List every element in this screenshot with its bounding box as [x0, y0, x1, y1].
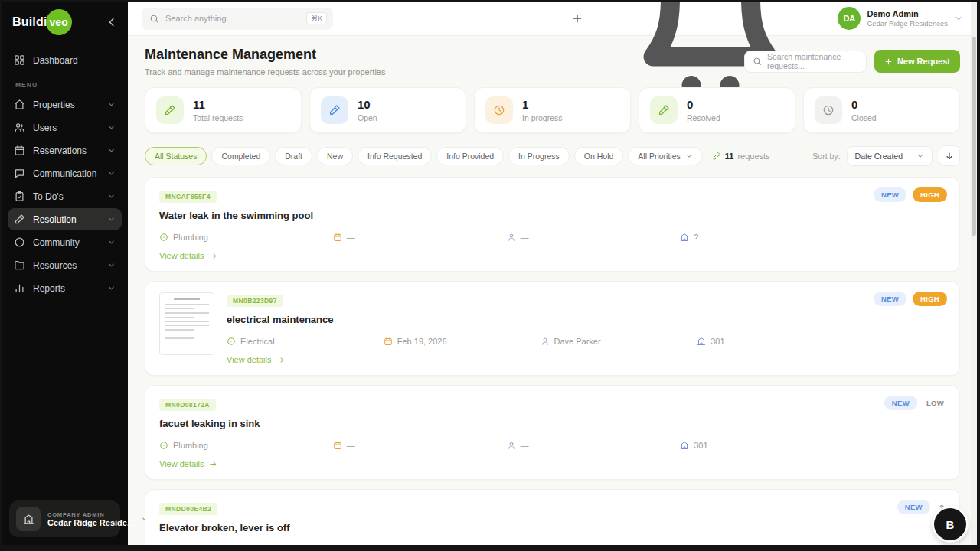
sidebar-item-properties[interactable]: Properties — [8, 93, 122, 116]
sidebar-item-dashboard[interactable]: Dashboard — [8, 49, 122, 71]
priority-filter-dropdown[interactable]: All Priorities — [628, 147, 702, 165]
sidebar-collapse-icon[interactable] — [105, 15, 119, 29]
search-icon — [753, 57, 762, 66]
calendar-icon — [333, 233, 342, 242]
request-title: facuet leaking in sink — [159, 418, 946, 429]
company-switcher[interactable]: COMPANY ADMIN Cedar Ridge Reside... — [9, 500, 120, 537]
priority-badge: HIGH — [913, 292, 947, 306]
status-filter-all-statuses[interactable]: All Statuses — [145, 147, 207, 165]
tool-icon — [321, 96, 348, 124]
view-details-link[interactable]: View details — [227, 355, 285, 364]
tool-icon — [14, 214, 25, 225]
chevron-down-icon — [107, 169, 116, 178]
sidebar-item-label: Properties — [33, 99, 75, 110]
priority-badge: LOW — [923, 396, 947, 410]
request-assignee: — — [507, 233, 681, 242]
chart-icon — [14, 282, 25, 294]
chevron-down-icon — [107, 215, 116, 223]
floating-action-button[interactable]: B — [934, 508, 966, 540]
stat-label: Resolved — [687, 113, 720, 122]
sidebar-item-label: Resolution — [33, 214, 77, 225]
sort-direction-button[interactable] — [939, 145, 960, 166]
status-filter-group: All StatusesCompletedDraftNewInfo Reques… — [145, 147, 623, 165]
view-details-link[interactable]: View details — [159, 459, 217, 468]
sidebar-item-label: Resources — [33, 260, 77, 271]
sidebar-item-reservations[interactable]: Reservations — [8, 139, 122, 161]
request-date: Feb 19, 2026 — [384, 337, 541, 346]
request-title: Water leak in the swimming pool — [159, 210, 946, 221]
scrollbar-track[interactable] — [971, 2, 977, 545]
scrollbar-thumb[interactable] — [972, 37, 976, 236]
user-organization: Cedar Ridge Residences — [867, 19, 948, 28]
sidebar-item-communication[interactable]: Communication — [8, 162, 122, 184]
sidebar-item-to-do-s[interactable]: To Do's — [8, 185, 122, 207]
sort-by-label: Sort by: — [812, 152, 840, 161]
request-unit: ? — [680, 233, 854, 242]
category-status-icon — [159, 441, 168, 450]
sidebar-header: Buildi veo — [2, 2, 128, 43]
chevron-down-icon — [685, 152, 693, 160]
status-filter-new[interactable]: New — [317, 147, 353, 165]
request-count-number: 11 — [725, 152, 734, 161]
status-filter-draft[interactable]: Draft — [275, 147, 312, 165]
search-icon — [149, 14, 159, 24]
request-badges: NEW HIGH — [874, 292, 947, 306]
arrow-right-icon — [276, 356, 285, 364]
status-filter-info-requested[interactable]: Info Requested — [358, 147, 432, 165]
status-filter-in-progress[interactable]: In Progress — [508, 147, 570, 165]
request-assignee: — — [507, 441, 681, 450]
request-unit: 301 — [680, 441, 854, 450]
circle-icon — [14, 236, 25, 248]
sidebar-item-users[interactable]: Users — [8, 116, 122, 139]
sidebar-item-reports[interactable]: Reports — [8, 277, 122, 299]
building-icon — [680, 441, 689, 450]
sidebar-item-resources[interactable]: Resources — [8, 254, 122, 276]
stat-value: 10 — [358, 98, 377, 111]
sidebar-item-label: Community — [33, 237, 80, 248]
topbar: Search anything... ⌘K 3 DA Demo Admin — [128, 2, 977, 36]
chevron-down-icon — [107, 146, 116, 155]
request-id-badge: MNCAF655F4 — [159, 191, 217, 203]
new-request-label: New Request — [897, 57, 950, 66]
chevron-down-icon — [107, 192, 116, 201]
sidebar-item-community[interactable]: Community — [8, 231, 122, 253]
sidebar-item-label: Dashboard — [33, 55, 78, 66]
request-badges: NEW LOW — [884, 396, 947, 410]
stat-label: Open — [358, 113, 377, 122]
chevron-down-icon — [107, 123, 116, 132]
attachment-thumbnail[interactable] — [159, 292, 214, 355]
page-title: Maintenance Management — [145, 47, 385, 63]
person-icon — [541, 337, 550, 346]
request-id-badge: MNDD00E4B2 — [159, 503, 217, 515]
global-search-input[interactable]: Search anything... ⌘K — [142, 8, 333, 30]
sidebar-nav: Dashboard MENU Properties Users Reservat… — [2, 43, 128, 493]
logo-badge: veo — [46, 9, 72, 35]
stat-card-open: 10 Open — [309, 87, 466, 133]
request-title: Elevator broken, lever is off — [159, 522, 946, 533]
new-request-button[interactable]: New Request — [874, 50, 960, 73]
page-header: Maintenance Management Track and manage … — [145, 47, 960, 77]
building-icon — [697, 337, 706, 346]
page-content: Maintenance Management Track and manage … — [128, 36, 977, 545]
logo-text: Buildi — [12, 15, 47, 29]
search-placeholder: Search maintenance requests... — [767, 52, 858, 70]
quick-add-button[interactable] — [571, 12, 583, 24]
sidebar-item-label: To Do's — [33, 191, 64, 202]
sort-dropdown[interactable]: Date Created — [847, 146, 933, 166]
chevron-down-icon — [107, 100, 116, 109]
keyboard-shortcut-badge: ⌘K — [306, 12, 327, 24]
sidebar-item-resolution[interactable]: Resolution — [8, 208, 122, 230]
stats-row: 11 Total requests 10 Open 1 In progress … — [145, 87, 960, 133]
status-filter-on-hold[interactable]: On Hold — [574, 147, 624, 165]
maintenance-search-input[interactable]: Search maintenance requests... — [744, 51, 867, 73]
category-status-icon — [159, 233, 168, 242]
status-filter-info-provided[interactable]: Info Provided — [436, 147, 504, 165]
calendar-icon — [384, 337, 393, 346]
tool-icon — [650, 96, 678, 124]
view-details-link[interactable]: View details — [159, 251, 217, 260]
company-name: Cedar Ridge Reside... — [47, 518, 134, 527]
status-badge: NEW — [897, 500, 930, 514]
user-menu[interactable]: DA Demo Admin Cedar Ridge Residences — [838, 7, 963, 30]
avatar: DA — [838, 7, 861, 30]
status-filter-completed[interactable]: Completed — [211, 147, 270, 165]
